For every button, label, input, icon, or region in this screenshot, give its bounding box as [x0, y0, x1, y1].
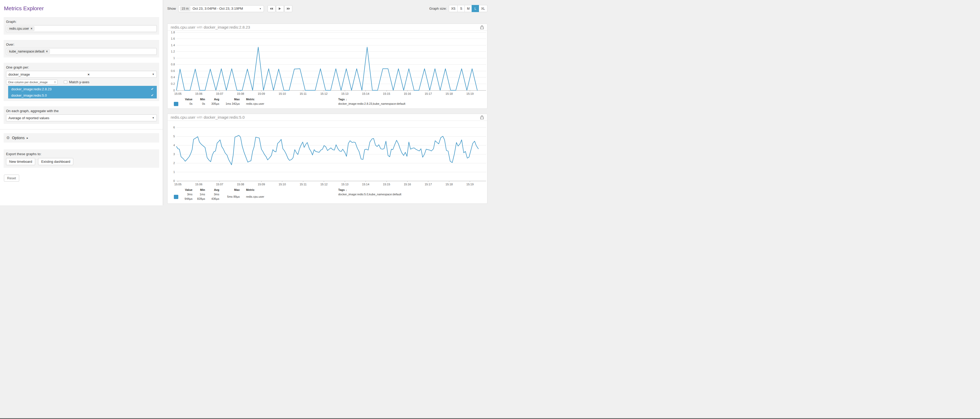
- reset-button[interactable]: Reset: [4, 175, 19, 182]
- legend-header-min: Min: [196, 188, 205, 192]
- range-duration-badge: 15 m: [180, 6, 191, 11]
- svg-text:5: 5: [173, 135, 175, 138]
- svg-text:15:12: 15:12: [320, 183, 328, 186]
- svg-text:6: 6: [173, 126, 175, 129]
- series-color-swatch[interactable]: [174, 195, 178, 199]
- graph-size-s-button[interactable]: S: [457, 5, 465, 12]
- double-right-arrow-icon: [287, 7, 290, 10]
- existing-dashboard-button[interactable]: Existing dashboard: [38, 158, 73, 165]
- time-play-button[interactable]: [276, 5, 284, 12]
- svg-text:15:14: 15:14: [362, 92, 369, 95]
- over-input[interactable]: kube_namespace:default ×: [6, 48, 157, 55]
- svg-text:1.6: 1.6: [171, 37, 175, 40]
- legend-avg: 3ms 436µs: [208, 192, 219, 201]
- clear-selection-icon[interactable]: ×: [88, 73, 90, 76]
- legend-grid: Value Min Avg Max Metric 0s 0s 305µs 1ms…: [174, 97, 487, 106]
- graph-title-scope: docker_image:redis:2.8.23: [204, 25, 250, 29]
- chevron-down-icon: ▾: [260, 7, 261, 10]
- svg-text:15:11: 15:11: [300, 92, 307, 95]
- graph-size-l-button[interactable]: L: [472, 5, 479, 12]
- main-content: Show 15 m Oct 23, 3:04PM - Oct 23, 3:19P…: [163, 0, 490, 205]
- svg-text:15:17: 15:17: [425, 92, 432, 95]
- show-label: Show: [167, 6, 176, 11]
- svg-text:0.2: 0.2: [171, 82, 175, 85]
- graph-size-xl-button[interactable]: XL: [479, 5, 487, 12]
- svg-text:15:05: 15:05: [174, 183, 182, 186]
- legend-header-max: Max: [223, 188, 240, 192]
- graph-size-group: XS S M L XL: [449, 5, 487, 12]
- double-left-arrow-icon: [270, 7, 273, 10]
- time-range-select[interactable]: 15 m Oct 23, 3:04PM - Oct 23, 3:19PM ▾: [178, 5, 264, 12]
- svg-text:15:06: 15:06: [195, 92, 202, 95]
- aggregate-label: On each graph, aggregate with the: [6, 109, 157, 113]
- group-option-label: docker_image:redis:2.8.23: [11, 87, 51, 91]
- chart-legend[interactable]: Value Min Avg Max Metric 0s 0s 305µs 1ms…: [167, 96, 487, 108]
- chevron-down-icon: ▼: [152, 117, 154, 119]
- column-per-select[interactable]: One column per docker_image ▴▾: [6, 79, 57, 84]
- graph-tag-chip[interactable]: redis.cpu.user ×: [7, 26, 34, 31]
- graph-title-with: with: [197, 25, 202, 29]
- svg-text:0: 0: [173, 179, 175, 183]
- line-chart-redis-2-8-23[interactable]: 00.20.40.60.811.21.41.61.815:0515:0615:0…: [167, 31, 487, 96]
- check-icon: ✔: [151, 87, 154, 91]
- aggregate-section: On each graph, aggregate with the Averag…: [4, 106, 159, 124]
- new-timeboard-button[interactable]: New timeboard: [6, 158, 35, 165]
- svg-text:15:09: 15:09: [258, 92, 265, 95]
- share-icon[interactable]: [480, 115, 484, 121]
- legend-max: 1ms 342µs: [223, 102, 240, 106]
- legend-header-min: Min: [196, 97, 205, 102]
- over-section: Over: kube_namespace:default ×: [4, 40, 159, 57]
- remove-graph-tag-icon[interactable]: ×: [30, 27, 32, 30]
- time-forward-button[interactable]: [285, 5, 292, 12]
- svg-text:15:08: 15:08: [237, 92, 244, 95]
- graph-title-metric: redis.cpu.user: [171, 25, 196, 29]
- svg-text:15:17: 15:17: [425, 183, 432, 186]
- remove-over-tag-icon[interactable]: ×: [46, 49, 48, 53]
- legend-header-value: Value: [181, 97, 192, 102]
- aggregate-select[interactable]: Average of reported values ▼: [6, 114, 157, 121]
- svg-text:15:18: 15:18: [445, 92, 453, 95]
- match-y-axes-checkbox[interactable]: [64, 80, 67, 84]
- legend-tags: docker_image:redis:5.0,kube_namespace:de…: [338, 192, 401, 197]
- legend-value: 3ms 944µs: [181, 192, 192, 201]
- options-label: Options: [12, 136, 24, 140]
- match-y-axes-label: Match y-axes: [69, 80, 89, 84]
- group-option-redis-2-8-23[interactable]: docker_image:redis:2.8.23 ✔: [8, 86, 157, 92]
- graph-size-m-button[interactable]: M: [465, 5, 472, 12]
- chevron-down-icon: ▼: [152, 73, 154, 76]
- graph-title-scope: docker_image:redis:5.0: [204, 115, 245, 119]
- graph-card-redis-2-8-23: redis.cpu.user with docker_image:redis:2…: [167, 24, 487, 109]
- svg-text:15:19: 15:19: [466, 183, 474, 186]
- share-icon[interactable]: [480, 25, 484, 30]
- legend-header-metric: Metric: [243, 188, 487, 192]
- graph-title-metric: redis.cpu.user: [171, 115, 196, 119]
- legend-header-tags[interactable]: Tags ↓: [338, 97, 347, 102]
- svg-text:15:07: 15:07: [216, 92, 223, 95]
- graph-card-redis-5-0: redis.cpu.user with docker_image:redis:5…: [167, 114, 487, 204]
- svg-text:15:11: 15:11: [300, 183, 307, 186]
- svg-text:15:19: 15:19: [466, 92, 474, 95]
- svg-text:1.4: 1.4: [171, 44, 175, 47]
- over-label: Over:: [6, 43, 157, 46]
- over-tag-chip[interactable]: kube_namespace:default ×: [7, 49, 50, 54]
- graph-input[interactable]: redis.cpu.user ×: [6, 25, 157, 32]
- graph-size-xs-button[interactable]: XS: [449, 5, 458, 12]
- one-graph-per-select[interactable]: docker_image × ▼: [6, 71, 157, 78]
- legend-max: 5ms 89µs: [223, 195, 240, 199]
- time-back-button[interactable]: [267, 5, 275, 12]
- svg-text:15:16: 15:16: [404, 92, 411, 95]
- svg-text:0.8: 0.8: [171, 63, 175, 66]
- svg-text:15:09: 15:09: [258, 183, 265, 186]
- toolbar: Show 15 m Oct 23, 3:04PM - Oct 23, 3:19P…: [167, 5, 487, 12]
- svg-text:15:10: 15:10: [278, 183, 286, 186]
- line-chart-redis-5-0[interactable]: 012345615:0515:0615:0715:0815:0915:1015:…: [167, 121, 487, 187]
- svg-text:15:15: 15:15: [383, 183, 390, 186]
- legend-header-value: Value: [181, 188, 192, 192]
- series-color-swatch[interactable]: [174, 102, 178, 106]
- group-option-redis-5-0[interactable]: docker_image:redis:5.0 ✔: [8, 92, 157, 98]
- legend-header-tags[interactable]: Tags ↓: [338, 188, 347, 192]
- options-toggle[interactable]: ⚙ Options ▸: [4, 133, 159, 143]
- chart-legend[interactable]: Value Min Avg Max Metric 3ms 944µs 1ms 8…: [167, 187, 487, 203]
- time-nav-buttons: [267, 5, 292, 12]
- svg-text:1: 1: [173, 170, 175, 173]
